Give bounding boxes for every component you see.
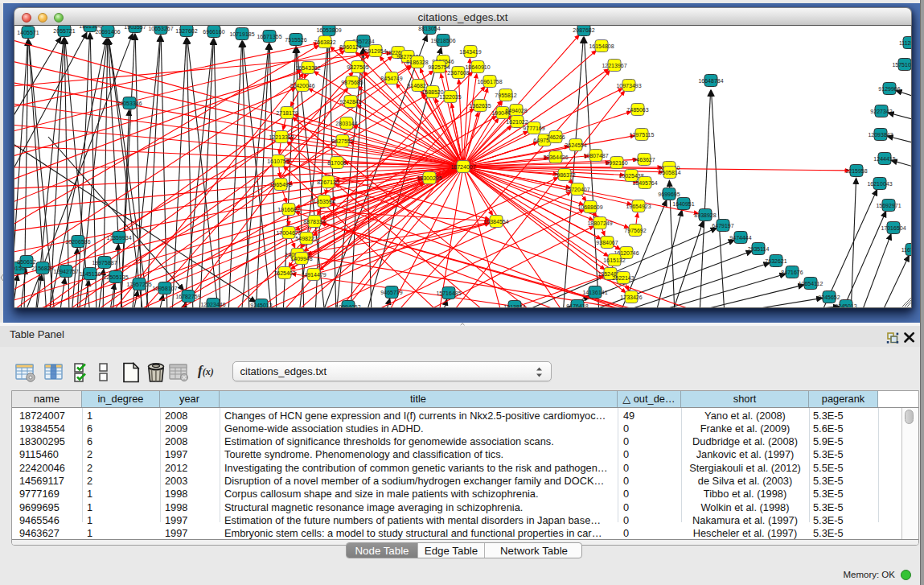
svg-text:15692971: 15692971 [876,203,901,208]
svg-text:20691406: 20691406 [95,29,120,35]
svg-text:1353594: 1353594 [313,199,335,204]
svg-text:18640910: 18640910 [465,64,490,70]
svg-text:10688609: 10688609 [577,204,602,210]
svg-text:2156829: 2156829 [31,266,53,271]
svg-text:16210043: 16210043 [867,181,892,187]
svg-text:5498222: 5498222 [295,236,317,241]
svg-text:8471676: 8471676 [781,270,803,275]
svg-text:15751074: 15751074 [892,62,912,68]
svg-text:1615132: 1615132 [603,257,625,263]
svg-text:20364436: 20364436 [543,154,568,160]
svg-text:17004678: 17004678 [276,230,301,236]
svg-text:16154808: 16154808 [589,43,614,49]
svg-text:10654112: 10654112 [799,281,823,286]
svg-text:1965498: 1965498 [269,182,291,187]
svg-text:12023446: 12023446 [200,302,225,307]
svg-text:6494028: 6494028 [505,108,527,113]
svg-text:9242848: 9242848 [339,99,361,105]
svg-text:9875685: 9875685 [341,80,363,85]
svg-text:2055721: 2055721 [53,28,75,34]
svg-text:1610755: 1610755 [267,159,289,164]
svg-text:1327602: 1327602 [175,28,197,34]
svg-text:2718179: 2718179 [276,110,298,116]
svg-text:18495764: 18495764 [632,180,657,186]
svg-text:9777169: 9777169 [523,126,544,131]
svg-text:9465779: 9465779 [380,290,402,295]
svg-text:817006: 817006 [327,160,346,166]
svg-text:18807249: 18807249 [587,220,612,226]
svg-text:2367608: 2367608 [447,70,469,76]
svg-text:850612: 850612 [17,259,35,265]
svg-text:16543382: 16543382 [295,65,320,71]
svg-text:8992160: 8992160 [606,160,627,166]
svg-text:18724007: 18724007 [450,164,475,170]
svg-text:19218506: 19218506 [430,38,455,43]
svg-text:10958107: 10958107 [152,286,177,291]
svg-text:9146821: 9146821 [407,83,429,89]
svg-text:10994052: 10994052 [335,304,360,307]
svg-text:12213967: 12213967 [602,63,626,68]
svg-text:1903557: 1903557 [124,26,146,30]
svg-text:8912954: 8912954 [364,48,386,54]
svg-text:12213383: 12213383 [269,134,294,140]
svg-text:1913814: 1913814 [503,304,525,307]
svg-text:9245013: 9245013 [835,303,856,307]
svg-text:12942757: 12942757 [53,269,78,274]
svg-text:19384554: 19384554 [483,219,508,225]
svg-text:9176418: 9176418 [566,303,588,307]
svg-text:14136141: 14136141 [582,290,607,295]
svg-text:1640951: 1640951 [672,201,694,207]
svg-text:7632621: 7632621 [765,258,786,264]
svg-text:1167535: 1167535 [901,247,912,253]
svg-text:9245652: 9245652 [818,295,840,300]
svg-text:8267130: 8267130 [317,179,339,185]
svg-text:1322035: 1322035 [439,94,461,100]
svg-text:15720407: 15720407 [565,187,589,192]
svg-text:9463627: 9463627 [633,157,655,163]
svg-text:7625402: 7625402 [273,270,295,276]
svg-text:9129966: 9129966 [878,86,900,92]
svg-text:9825754: 9825754 [428,64,450,70]
svg-text:9699695: 9699695 [658,192,680,197]
svg-text:9505814: 9505814 [659,170,680,175]
svg-text:15716485: 15716485 [436,290,461,296]
svg-text:2522143: 2522143 [612,275,634,281]
svg-text:7986372: 7986372 [553,172,575,178]
svg-text:2935114: 2935114 [748,246,770,252]
svg-text:22420046: 22420046 [290,83,314,89]
svg-text:16648784: 16648784 [698,78,723,84]
svg-text:10719185: 10719185 [229,31,254,37]
svg-text:9827505: 9827505 [347,64,368,70]
svg-text:1843419: 1843419 [459,49,481,55]
svg-text:3624554: 3624554 [565,142,586,148]
svg-text:10653267: 10653267 [148,26,173,31]
svg-text:12975115: 12975115 [630,132,655,138]
svg-text:1733426: 1733426 [620,295,642,300]
svg-text:1362635: 1362635 [469,103,491,109]
svg-text:9245012: 9245012 [250,303,272,307]
svg-text:8454749: 8454749 [380,76,402,81]
svg-text:14914479: 14914479 [301,272,326,278]
svg-text:16961758: 16961758 [477,79,502,84]
svg-text:8186328: 8186328 [406,60,428,65]
svg-text:1112843: 1112843 [899,40,912,46]
svg-text:16671355: 16671355 [257,34,281,39]
svg-text:17957255: 17957255 [126,282,151,287]
svg-text:7515526: 7515526 [285,37,306,43]
svg-text:1409948: 1409948 [290,256,312,262]
svg-text:8938928: 8938928 [694,212,716,218]
svg-text:18300295: 18300295 [417,175,441,181]
svg-text:2087682: 2087682 [573,27,594,33]
svg-text:16053809: 16053809 [316,27,341,33]
svg-text:1621022: 1621022 [506,119,528,125]
svg-text:746266: 746266 [546,134,565,140]
svg-text:1916682: 1916682 [277,207,299,212]
svg-text:6479197: 6479197 [712,223,733,229]
svg-text:7485063: 7485063 [626,107,648,113]
svg-text:10973493: 10973493 [616,83,641,89]
svg-text:6966160: 6966160 [203,29,224,35]
svg-text:7663822: 7663822 [314,39,335,45]
svg-text:19654923: 19654923 [626,204,651,209]
svg-text:8878334: 8878334 [303,219,325,225]
svg-text:2803144: 2803144 [335,121,357,126]
